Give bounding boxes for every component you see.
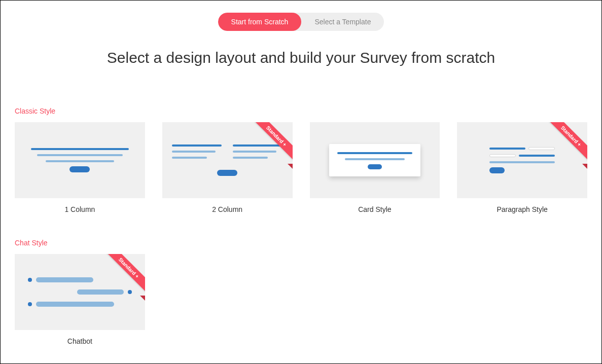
section-label-chat: Chat Style — [15, 239, 587, 247]
thumb-label: Card Style — [358, 205, 391, 213]
tab-select-template[interactable]: Select a Template — [301, 13, 384, 31]
section-classic: Classic Style 1 Column — [15, 107, 587, 213]
section-chat: Chat Style Standard + Chatbot — [15, 239, 587, 345]
thumb-2-column: Standard + — [162, 122, 293, 198]
toggle-wrap: Start from Scratch Select a Template — [218, 13, 384, 31]
badge-standard-plus: Standard + — [246, 122, 293, 169]
thumb-chatbot: Standard + — [15, 254, 145, 330]
thumb-label: Paragraph Style — [497, 205, 547, 213]
section-label-classic: Classic Style — [15, 107, 587, 115]
card-grid-chat: Standard + Chatbot — [15, 254, 587, 345]
layout-option-card-style[interactable]: Card Style — [310, 122, 440, 213]
thumb-1-column — [15, 122, 145, 198]
thumb-card-style — [310, 122, 440, 198]
layout-option-chatbot[interactable]: Standard + Chatbot — [15, 254, 145, 345]
tab-start-from-scratch[interactable]: Start from Scratch — [218, 13, 302, 31]
badge-standard-plus: Standard + — [98, 254, 145, 301]
card-grid-classic: 1 Column — [15, 122, 587, 213]
thumb-paragraph-style: Standard + — [457, 122, 587, 198]
page-title: Select a design layout and build your Su… — [15, 49, 587, 66]
thumb-label: 2 Column — [212, 205, 242, 213]
layout-option-1-column[interactable]: 1 Column — [15, 122, 145, 213]
thumb-label: Chatbot — [67, 337, 92, 345]
badge-standard-plus: Standard + — [541, 122, 587, 169]
thumb-label: 1 Column — [64, 205, 95, 213]
tab-toggle: Start from Scratch Select a Template — [15, 13, 587, 31]
layout-option-paragraph-style[interactable]: Standard + Paragraph Style — [457, 122, 587, 213]
layout-option-2-column[interactable]: Standard + 2 Column — [162, 122, 293, 213]
